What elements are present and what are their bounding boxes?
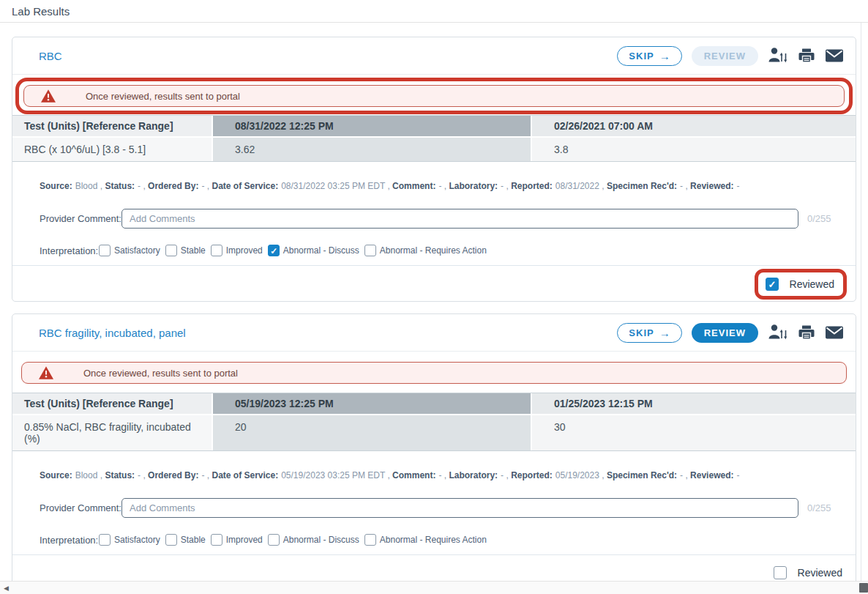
annotation-highlight-warning: Once reviewed, results sent to portal <box>15 78 853 114</box>
result-detail: Source:BloodStatus:-Ordered By:-Date of … <box>12 162 856 265</box>
meta-field: Ordered By:- <box>148 470 212 480</box>
abnormal-discuss-checkbox[interactable] <box>268 245 280 256</box>
meta-field: Reported:08/31/2022 <box>511 181 607 191</box>
meta-field: Status:- <box>105 470 148 480</box>
checkbox-label: Satisfactory <box>114 535 160 545</box>
checkbox-label: Abnormal - Discuss <box>283 245 359 256</box>
checkbox-label: Improved <box>226 535 263 545</box>
test-name-cell: 0.85% NaCl, RBC fragility, incubated (%) <box>12 414 212 450</box>
results-table: Test (Units) [Reference Range] 08/31/202… <box>12 115 856 162</box>
lab-results-content: RBC SKIP → REVIEW <box>0 23 868 591</box>
result-value-previous: 3.8 <box>531 136 856 161</box>
email-icon[interactable] <box>825 48 844 63</box>
interpretation-option: Abnormal - Discuss <box>268 534 359 546</box>
provider-comment-label: Provider Comment: <box>40 502 121 513</box>
stable-checkbox[interactable] <box>165 245 177 256</box>
abnormal-requires-action-checkbox[interactable] <box>364 534 376 546</box>
meta-field: Status:- <box>105 181 148 191</box>
checkbox-label: Abnormal - Requires Action <box>380 245 487 256</box>
stable-checkbox[interactable] <box>165 534 177 546</box>
panel-actions: SKIP → REVIEW <box>617 46 844 66</box>
test-name-cell: RBC (x 10^6/uL) [3.8 - 5.1] <box>12 136 212 161</box>
reviewed-label: Reviewed <box>798 567 842 579</box>
improved-checkbox[interactable] <box>211 534 222 546</box>
provider-comment-label: Provider Comment: <box>40 213 121 224</box>
reviewed-checkbox[interactable] <box>774 566 787 579</box>
skip-label: SKIP <box>629 51 654 62</box>
column-header-date-previous[interactable]: 01/25/2023 12:15 PM <box>531 393 856 414</box>
interpretation-option: Stable <box>165 245 206 256</box>
checkbox-label: Improved <box>226 245 263 256</box>
meta-field: Date of Service:05/19/2023 03:25 PM EDT <box>212 470 392 480</box>
reviewed-label: Reviewed <box>790 278 834 290</box>
meta-field: Reviewed:- <box>690 181 739 191</box>
meta-field: Source:Blood <box>40 470 105 480</box>
checkbox-label: Abnormal - Requires Action <box>380 535 487 545</box>
reviewed-checkbox[interactable] <box>766 278 779 291</box>
result-detail: Source:BloodStatus:-Ordered By:-Date of … <box>12 451 856 554</box>
results-table: Test (Units) [Reference Range] 05/19/202… <box>12 393 856 451</box>
panel-actions: SKIP → REVIEW <box>617 323 844 343</box>
meta-field: Comment:- <box>392 181 449 191</box>
provider-comment-row: Provider Comment: 0/255 <box>40 498 841 518</box>
result-value-current: 20 <box>212 414 531 450</box>
print-icon[interactable] <box>798 47 815 64</box>
satisfactory-checkbox[interactable] <box>99 534 111 546</box>
satisfactory-checkbox[interactable] <box>99 245 111 256</box>
assign-results-icon[interactable] <box>768 324 788 341</box>
interpretation-label: Interpretation: <box>40 245 99 256</box>
table-header-row: Test (Units) [Reference Range] 05/19/202… <box>12 393 856 414</box>
result-value-current: 3.62 <box>212 136 531 161</box>
annotation-highlight-reviewed: Reviewed <box>755 269 847 300</box>
scroll-left-arrow-icon[interactable]: ◀ <box>0 584 9 592</box>
result-value-previous: 30 <box>531 414 856 450</box>
meta-field: Comment:- <box>392 470 449 480</box>
abnormal-discuss-checkbox[interactable] <box>268 534 280 546</box>
interpretation-option: Satisfactory <box>99 245 160 256</box>
portal-warning-banner: Once reviewed, results sent to portal <box>23 85 845 107</box>
warning-text: Once reviewed, results sent to portal <box>83 368 238 379</box>
skip-button[interactable]: SKIP → <box>617 46 681 66</box>
email-icon[interactable] <box>825 325 844 340</box>
assign-results-icon[interactable] <box>768 47 788 64</box>
column-header-test: Test (Units) [Reference Range] <box>12 116 212 136</box>
vertical-scrollbar-track[interactable] <box>861 23 861 581</box>
column-header-date-current[interactable]: 08/31/2022 12:25 PM <box>212 116 531 136</box>
page-title: Lab Results <box>0 0 868 23</box>
meta-field: Laboratory:- <box>449 181 511 191</box>
horizontal-scrollbar-thumb[interactable] <box>859 583 868 593</box>
print-icon[interactable] <box>798 324 815 341</box>
column-header-test: Test (Units) [Reference Range] <box>12 393 212 414</box>
panel-title: RBC fragility, incubated, panel <box>39 327 186 339</box>
table-row: RBC (x 10^6/uL) [3.8 - 5.1] 3.62 3.8 <box>12 136 856 161</box>
interpretation-option: Satisfactory <box>99 534 160 546</box>
column-header-date-current[interactable]: 05/19/2023 12:25 PM <box>212 393 531 414</box>
interpretation-row: Interpretation: Satisfactory Stable Impr… <box>40 534 841 546</box>
meta-field: Source:Blood <box>40 181 105 191</box>
arrow-right-icon: → <box>659 50 670 62</box>
abnormal-requires-action-checkbox[interactable] <box>364 245 376 256</box>
provider-comment-input[interactable] <box>121 498 798 518</box>
interpretation-row: Interpretation: Satisfactory Stable Impr… <box>40 245 841 256</box>
meta-field: Laboratory:- <box>449 470 511 480</box>
improved-checkbox[interactable] <box>211 245 222 256</box>
character-counter: 0/255 <box>807 213 841 224</box>
warning-text: Once reviewed, results sent to portal <box>86 91 240 102</box>
horizontal-scrollbar[interactable]: ◀ <box>0 581 868 594</box>
warning-icon <box>40 89 56 103</box>
meta-field: Reported:05/19/2023 <box>511 470 607 480</box>
checkbox-label: Stable <box>181 535 206 545</box>
review-button[interactable]: REVIEW <box>692 323 758 343</box>
provider-comment-input[interactable] <box>121 209 798 229</box>
warning-icon <box>38 365 54 380</box>
skip-button[interactable]: SKIP → <box>617 323 681 343</box>
review-button[interactable]: REVIEW <box>692 46 758 66</box>
meta-field: Date of Service:08/31/2022 03:25 PM EDT <box>212 181 392 191</box>
column-header-date-previous[interactable]: 02/26/2021 07:00 AM <box>531 116 856 136</box>
meta-field: Reviewed:- <box>690 470 739 480</box>
interpretation-option: Improved <box>211 534 263 546</box>
checkbox-label: Stable <box>181 245 206 256</box>
interpretation-option: Stable <box>165 534 206 546</box>
interpretation-option: Abnormal - Requires Action <box>364 534 487 546</box>
result-panel-rbc-fragility: RBC fragility, incubated, panel SKIP → R… <box>12 313 856 591</box>
